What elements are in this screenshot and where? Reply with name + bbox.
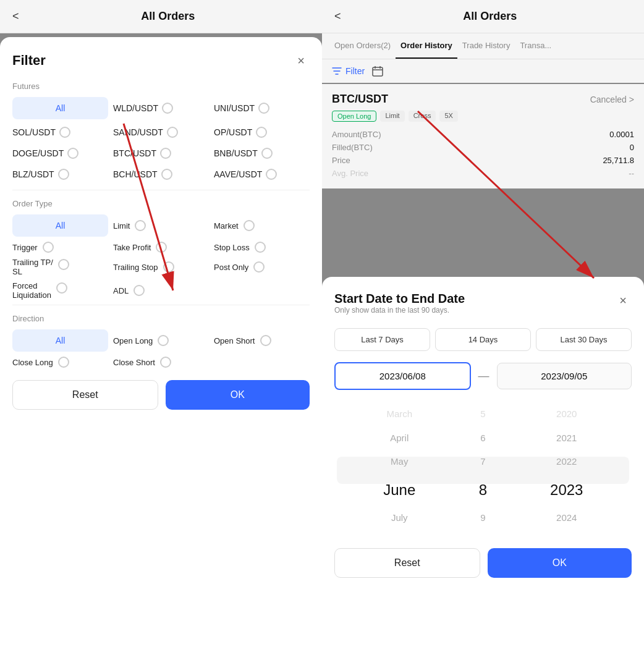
direction-close-short-radio[interactable] — [160, 357, 171, 368]
year-2025: 2025 — [502, 530, 632, 538]
pair-doge-radio[interactable] — [67, 148, 78, 159]
month-april: April — [334, 426, 465, 451]
tab-transa[interactable]: Transa... — [515, 33, 556, 59]
order-type-post-only[interactable]: Post Only — [214, 258, 310, 276]
pair-wld[interactable]: WLD/USDT — [113, 97, 209, 119]
direction-open-long-label: Open Long — [113, 336, 153, 345]
order-type-forced-liq-radio[interactable] — [56, 282, 67, 294]
order-type-trigger-radio[interactable] — [43, 242, 54, 253]
filter-reset-button[interactable]: Reset — [12, 380, 158, 410]
direction-open-short-radio[interactable] — [260, 335, 271, 346]
order-type-trailing-tpsl[interactable]: Trailing TP/SL — [12, 258, 108, 276]
order-type-market[interactable]: Market — [214, 214, 310, 237]
pair-bnb-radio[interactable] — [261, 148, 273, 159]
order-type-take-profit[interactable]: Take Profit — [113, 242, 209, 253]
order-type-adl[interactable]: ADL — [113, 281, 209, 300]
filter-close-button[interactable]: × — [292, 52, 310, 69]
order-type-label: Order Type — [12, 199, 310, 208]
pair-sol[interactable]: SOL/USDT — [12, 124, 108, 140]
order-type-limit-radio[interactable] — [135, 220, 146, 231]
pair-sand-radio[interactable] — [167, 127, 178, 138]
year-picker-column[interactable]: 2020 2021 2022 2023 2024 2025 2026 — [502, 402, 632, 538]
pair-op-radio[interactable] — [256, 127, 267, 138]
svg-rect-2 — [373, 67, 383, 76]
all-directions-button[interactable]: All — [12, 329, 108, 352]
filter-ok-button[interactable]: OK — [166, 380, 310, 410]
pair-aave[interactable]: AAVE/USDT — [214, 166, 310, 182]
all-pairs-button[interactable]: All — [12, 97, 108, 119]
direction-open-long[interactable]: Open Long — [113, 329, 209, 352]
pair-uni-radio[interactable] — [258, 103, 269, 114]
tag-limit: Limit — [380, 111, 404, 122]
right-header: < All Orders — [322, 0, 644, 33]
order-type-stop-loss-radio[interactable] — [255, 242, 266, 253]
pair-btc-radio[interactable] — [160, 148, 171, 159]
right-back-button[interactable]: < — [334, 10, 341, 23]
pair-aave-label: AAVE/USDT — [214, 169, 262, 179]
calendar-button[interactable] — [372, 66, 383, 77]
right-panel-title: All Orders — [349, 10, 632, 23]
order-card: BTC/USDT Canceled > Open Long Limit Cros… — [322, 84, 644, 188]
pair-bch[interactable]: BCH/USDT — [113, 166, 209, 182]
date-modal-close-button[interactable]: × — [614, 292, 632, 309]
filter-bar-button[interactable]: Filter — [332, 66, 365, 76]
date-ok-button[interactable]: OK — [488, 548, 632, 578]
direction-open-long-radio[interactable] — [158, 335, 169, 346]
14-days-button[interactable]: 14 Days — [435, 328, 531, 351]
pair-op[interactable]: OP/USDT — [214, 124, 310, 140]
date-modal-header: Start Date to End Date Only show data in… — [334, 292, 632, 324]
date-modal-footer: Reset OK — [334, 548, 632, 578]
pair-blz-radio[interactable] — [58, 169, 69, 180]
direction-label: Direction — [12, 314, 310, 323]
date-reset-button[interactable]: Reset — [334, 548, 480, 578]
order-type-adl-radio[interactable] — [133, 285, 145, 296]
left-back-button[interactable]: < — [12, 10, 19, 23]
tab-open-orders[interactable]: Open Orders(2) — [329, 33, 396, 59]
pair-doge[interactable]: DOGE/USDT — [12, 145, 108, 161]
pair-btc-label: BTC/USDT — [113, 148, 156, 158]
order-type-market-radio[interactable] — [244, 220, 255, 231]
order-pair-label: BTC/USDT — [332, 93, 388, 106]
order-type-trigger[interactable]: Trigger — [12, 242, 108, 253]
end-date-input[interactable] — [497, 363, 632, 389]
pair-sand[interactable]: SAND/USDT — [113, 124, 209, 140]
pair-wld-radio[interactable] — [162, 103, 173, 114]
tab-order-history[interactable]: Order History — [396, 33, 457, 59]
start-date-input[interactable] — [334, 362, 471, 390]
direction-close-short[interactable]: Close Short — [113, 357, 209, 368]
date-modal-title-container: Start Date to End Date Only show data in… — [334, 292, 465, 324]
order-type-container: All Limit Market Trigger Take Profit — [12, 214, 310, 300]
order-type-post-only-radio[interactable] — [253, 261, 265, 273]
order-type-trailing-stop[interactable]: Trailing Stop — [113, 258, 209, 276]
order-status[interactable]: Canceled > — [590, 95, 634, 104]
pair-wld-label: WLD/USDT — [113, 103, 158, 113]
detail-price: Price 25,711.8 — [332, 154, 634, 167]
filter-modal-header: Filter × — [12, 52, 310, 69]
order-type-trailing-stop-radio[interactable] — [163, 261, 174, 273]
pair-btc[interactable]: BTC/USDT — [113, 145, 209, 161]
pair-sol-radio[interactable] — [59, 127, 70, 138]
last-7-days-button[interactable]: Last 7 Days — [334, 328, 430, 351]
last-30-days-button[interactable]: Last 30 Days — [536, 328, 632, 351]
tab-trade-history[interactable]: Trade History — [457, 33, 515, 59]
pair-aave-radio[interactable] — [266, 169, 277, 180]
year-2022: 2022 — [502, 450, 632, 474]
order-type-trailing-tpsl-radio[interactable] — [58, 259, 69, 270]
direction-open-short[interactable]: Open Short — [214, 329, 310, 352]
order-type-stop-loss[interactable]: Stop Loss — [214, 242, 310, 253]
pair-bnb[interactable]: BNB/USDT — [214, 145, 310, 161]
order-type-forced-liq[interactable]: ForcedLiquidation — [12, 281, 108, 300]
quick-buttons: Last 7 Days 14 Days Last 30 Days — [334, 328, 632, 351]
pair-bch-radio[interactable] — [161, 169, 172, 180]
direction-close-long-label: Close Long — [12, 358, 53, 367]
order-type-take-profit-radio[interactable] — [156, 242, 167, 253]
month-picker-column[interactable]: March April May June July August Septemb… — [334, 402, 465, 538]
direction-close-long[interactable]: Close Long — [12, 357, 108, 368]
pair-uni[interactable]: UNI/USDT — [214, 97, 310, 119]
day-picker-column[interactable]: 5 6 7 8 9 10 11 — [465, 402, 502, 538]
order-type-limit[interactable]: Limit — [113, 214, 209, 237]
direction-close-long-radio[interactable] — [58, 357, 69, 368]
month-june: June — [334, 474, 465, 506]
all-order-types-button[interactable]: All — [12, 214, 108, 237]
pair-blz[interactable]: BLZ/USDT — [12, 166, 108, 182]
